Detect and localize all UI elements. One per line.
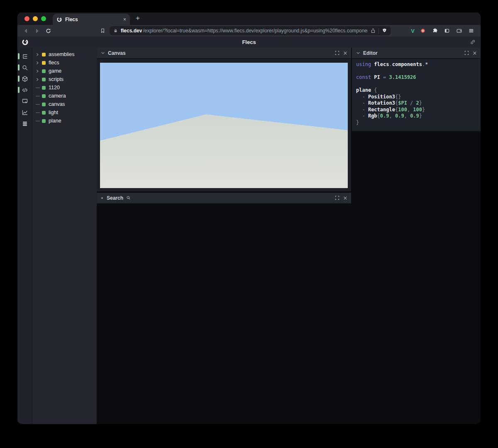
tree-item-label: plane — [49, 118, 61, 124]
browser-tab[interactable]: Flecs × — [53, 14, 130, 25]
tree-item-scripts[interactable]: scripts — [32, 75, 97, 83]
leaf-dash-icon — [36, 113, 42, 113]
editor-panel-header: Editor — [352, 48, 481, 59]
entity-color-square — [42, 78, 46, 81]
lock-icon — [113, 28, 118, 33]
leaf-dash-icon — [36, 96, 42, 96]
canvas-icon — [22, 98, 28, 105]
sidebar-toggle-icon[interactable] — [443, 27, 451, 34]
code-line: - Position3{} — [356, 94, 476, 100]
tab-title: Flecs — [65, 17, 120, 22]
tree-item-label: camera — [49, 93, 66, 99]
tree-item-label: canvas — [49, 101, 65, 107]
stats-icon — [22, 109, 28, 116]
tree-item-label: flecs — [49, 60, 59, 66]
url-domain: flecs.dev — [121, 28, 142, 34]
expand-chevron-icon[interactable] — [36, 69, 42, 73]
url-bar[interactable]: flecs.dev /explorer/?local=true&wasm=htt… — [110, 26, 391, 35]
tree-item-plane[interactable]: plane — [32, 117, 97, 125]
sidebar-item-tree[interactable] — [17, 51, 32, 62]
flecs-app: Flecs assembliesflecsgamescripts1120came… — [17, 37, 481, 424]
entity-color-square — [42, 119, 46, 123]
tree-item-flecs[interactable]: flecs — [32, 59, 97, 67]
close-icon[interactable] — [342, 195, 348, 201]
sidebar-item-entities[interactable] — [17, 73, 32, 84]
3d-scene — [100, 63, 348, 188]
tree-item-label: assemblies — [49, 51, 75, 57]
search-icon — [126, 196, 131, 200]
code-line: const PI = 3.1415926 — [356, 74, 476, 81]
url-path: /explorer/?local=true&wasm=https://www.f… — [143, 28, 368, 34]
back-icon[interactable] — [22, 27, 29, 34]
expand-chevron-icon[interactable] — [36, 61, 42, 65]
chevron-down-icon[interactable] — [355, 50, 361, 56]
extensions-puzzle-icon[interactable] — [431, 27, 439, 34]
canvas-3d-view[interactable] — [97, 59, 351, 191]
active-indicator — [18, 53, 20, 59]
app-title: Flecs — [242, 39, 256, 45]
close-icon[interactable] — [472, 50, 477, 56]
expand-chevron-icon[interactable] — [36, 78, 42, 81]
active-indicator — [18, 87, 20, 93]
tree-item-game[interactable]: game — [32, 67, 97, 75]
expand-chevron-icon[interactable] — [36, 53, 42, 56]
sidebar-item-canvas[interactable] — [17, 95, 32, 107]
extension-badge-icon[interactable] — [419, 27, 427, 34]
tree-item-1120[interactable]: 1120 — [32, 83, 97, 92]
search-panel-title: Search — [107, 195, 123, 201]
tree-item-camera[interactable]: camera — [32, 92, 97, 100]
reload-icon[interactable] — [44, 27, 52, 34]
close-window-button[interactable] — [24, 16, 29, 21]
forward-icon[interactable] — [33, 27, 41, 34]
collapsed-bullet-icon[interactable] — [101, 197, 103, 199]
entity-color-square — [42, 94, 46, 98]
sidebar-item-tables[interactable] — [17, 118, 32, 129]
menu-hamburger-icon[interactable] — [467, 27, 475, 34]
code-line: plane { — [356, 87, 476, 94]
entity-tree-panel: assembliesflecsgamescripts1120cameracanv… — [32, 48, 97, 424]
tab-strip: Flecs × + — [17, 12, 481, 25]
app-header: Flecs — [17, 37, 481, 48]
search-icon — [22, 64, 28, 71]
editor-panel-title: Editor — [363, 50, 378, 56]
zoom-window-button[interactable] — [41, 16, 46, 21]
entity-color-square — [42, 53, 46, 56]
tree-item-assemblies[interactable]: assemblies — [32, 50, 97, 59]
tree-icon — [22, 53, 28, 60]
traffic-lights — [17, 12, 53, 25]
screenshot-stage: Flecs × + — [0, 0, 498, 448]
sidebar-item-search[interactable] — [17, 62, 32, 73]
bookmark-icon[interactable] — [99, 27, 106, 34]
brave-shield-icon[interactable] — [382, 28, 387, 34]
share-link-icon[interactable] — [470, 39, 476, 45]
new-tab-button[interactable]: + — [130, 14, 140, 24]
main-area: Canvas — [97, 48, 481, 424]
minimize-window-button[interactable] — [33, 16, 38, 21]
entity-color-square — [42, 61, 46, 65]
code-line: - Rectangle{100, 100} — [356, 107, 476, 113]
chevron-down-icon[interactable] — [100, 50, 105, 56]
tree-item-label: light — [49, 110, 58, 115]
wallet-icon[interactable] — [455, 27, 463, 34]
code-line: - Rotation3{$PI / 2} — [356, 100, 476, 107]
share-icon[interactable] — [371, 28, 376, 34]
sidebar-item-stats[interactable] — [17, 107, 32, 118]
url-divider — [378, 28, 379, 34]
code-line — [356, 81, 476, 88]
tree-item-label: 1120 — [49, 85, 60, 91]
tree-item-label: game — [49, 68, 61, 74]
sidebar-item-editor[interactable] — [17, 84, 32, 95]
fullscreen-icon[interactable] — [334, 50, 340, 56]
fullscreen-icon[interactable] — [464, 50, 469, 56]
tree-item-light[interactable]: light — [32, 108, 97, 117]
tree-item-canvas[interactable]: canvas — [32, 100, 97, 108]
entity-color-square — [42, 86, 46, 90]
browser-window: Flecs × + — [17, 12, 481, 424]
tab-close-icon[interactable]: × — [123, 17, 126, 22]
fullscreen-icon[interactable] — [334, 195, 340, 201]
code-line: using flecs.components.* — [356, 61, 476, 68]
close-icon[interactable] — [342, 50, 348, 56]
browser-toolbar: flecs.dev /explorer/?local=true&wasm=htt… — [17, 25, 481, 37]
vue-devtools-icon[interactable]: V — [411, 28, 415, 34]
editor-code-area[interactable]: using flecs.components.* const PI = 3.14… — [352, 59, 481, 132]
